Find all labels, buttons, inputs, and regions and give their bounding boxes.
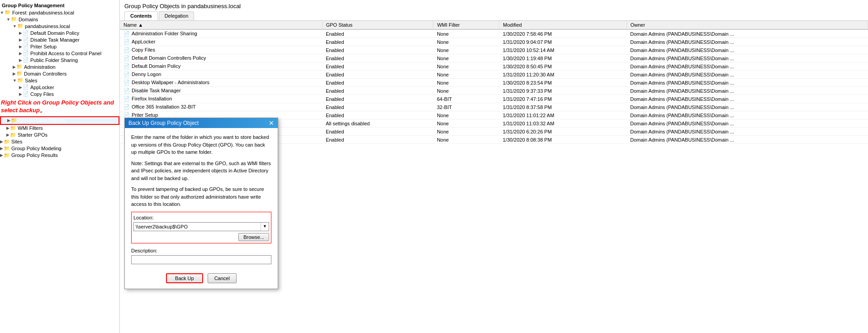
expand-icon[interactable]: ▼ [13, 24, 17, 29]
gpo-icon: 📄 [123, 104, 130, 109]
table-row[interactable]: 📄Office 365 Installation 32-BITEnabled32… [120, 103, 868, 111]
gpo-icon: 📄 [123, 80, 130, 85]
table-row[interactable]: 📄Disable Task ManagerEnabledNone1/31/202… [120, 87, 868, 95]
expand-icon[interactable]: ▼ [0, 10, 4, 15]
location-dropdown-arrow[interactable]: ▼ [261, 223, 269, 231]
table-row[interactable]: 📄Default Domain Controllers PolicyEnable… [120, 54, 868, 62]
tree-item-label: Domains [19, 17, 38, 22]
cell-wmi: None [433, 119, 499, 128]
table-row[interactable]: 📄Default Domain PolicyEnabledNone1/30/20… [120, 62, 868, 71]
cell-owner: Domain Admins (PANDABUSINESS\Domain ... [626, 128, 868, 136]
table-row[interactable]: 📄Administration Folder SharingEnabledNon… [120, 29, 868, 38]
description-group: Description: [131, 247, 271, 265]
browse-button[interactable]: Browse... [238, 233, 269, 241]
tree-item-wmi_filters[interactable]: ▶📁WMI Filters [0, 125, 119, 132]
folder-icon: 📁 [11, 16, 17, 22]
expand-icon[interactable]: ▶ [19, 58, 22, 62]
folder-icon: 📁 [4, 139, 10, 145]
expand-icon[interactable]: ▼ [6, 17, 10, 22]
expand-icon[interactable]: ▶ [19, 44, 22, 49]
modal-close-button[interactable]: ✕ [269, 120, 274, 126]
table-row[interactable]: 📄AppLockerEnabledNone1/31/2020 9:04:07 P… [120, 38, 868, 46]
cell-modified: 1/31/2020 11:03:32 AM [499, 119, 627, 128]
expand-icon[interactable]: ▶ [6, 126, 9, 130]
tree-item-gp_modeling[interactable]: ▶📁Group Policy Modeling [0, 145, 119, 152]
expand-icon[interactable]: ▶ [0, 139, 3, 144]
folder-icon: 📁 [10, 132, 16, 138]
tree-item-domains[interactable]: ▼📁Domains [0, 16, 119, 23]
expand-icon[interactable]: ▶ [19, 51, 22, 56]
expand-icon[interactable]: ▶ [0, 146, 3, 151]
cell-owner: Domain Admins (PANDABUSINESS\Domain ... [626, 54, 868, 62]
table-row[interactable]: 📄Firefox InstallationEnabled64-BIT1/31/2… [120, 95, 868, 103]
tree-item-administration[interactable]: ▶📁Administration [0, 63, 119, 70]
modal-title: Back Up Group Policy Object [128, 120, 199, 126]
cell-modified: 1/31/2020 7:47:16 PM [499, 95, 627, 103]
gpo-icon: 📄 [123, 39, 130, 44]
tree-item-domain_controllers[interactable]: ▶📁Domain Controllers [0, 70, 119, 77]
cell-status: Enabled [322, 79, 433, 87]
tab-contents[interactable]: Contents [124, 11, 158, 20]
table-row[interactable]: 📄Copy FilesEnabledNone1/31/2020 10:52:14… [120, 46, 868, 54]
col-name[interactable]: Name ▲ [120, 21, 322, 29]
cell-modified: 1/31/2020 11:01:22 AM [499, 111, 627, 119]
table-row[interactable]: 📄Desktop Wallpaper - AdministratorsEnabl… [120, 79, 868, 87]
expand-icon[interactable]: ▶ [19, 85, 22, 90]
tree-item-prohibit_access[interactable]: ▶📄Prohibit Access to Control Panel [0, 50, 119, 57]
cell-owner: Domain Admins (PANDABUSINESS\Domain ... [626, 111, 868, 119]
tree-item-label: Group Policy Modeling [11, 146, 62, 151]
tree-item-forest[interactable]: ▼📁Forest: pandabusiness.local [0, 9, 119, 16]
tree-item-applocker2[interactable]: ▶📄AppLocker [0, 84, 119, 90]
folder-icon: 📁 [5, 10, 11, 15]
table-row[interactable]: 📄Denny LogonEnabledNone1/31/2020 11:20:3… [120, 71, 868, 79]
tree-item-label: WMI Filters [18, 125, 43, 131]
cell-wmi: None [433, 128, 499, 136]
modal-footer: Back Up Cancel [125, 270, 278, 289]
tree-item-priter_setup[interactable]: ▶📄Priter Setup [0, 43, 119, 50]
expand-icon[interactable]: ▶ [7, 118, 10, 123]
doc-icon: 📄 [23, 84, 29, 90]
tree-item-disable_task[interactable]: ▶📄Disable Task Manager [0, 36, 119, 43]
expand-icon[interactable]: ▶ [19, 31, 22, 35]
backup-button[interactable]: Back Up [166, 273, 203, 283]
location-input[interactable] [134, 223, 261, 230]
left-panel: Group Policy Management ▼📁Forest: pandab… [0, 0, 120, 333]
tree-item-sites[interactable]: ▶📁Sites [0, 138, 119, 145]
col-wmi[interactable]: WMI Filter [433, 21, 499, 29]
expand-icon[interactable]: ▶ [19, 92, 22, 96]
tree-item-copy_files2[interactable]: ▶📄Copy Files [0, 90, 119, 97]
expand-icon[interactable]: ▶ [13, 71, 16, 76]
col-modified[interactable]: Modified [499, 21, 627, 29]
tree-item-public_folder[interactable]: ▶📄Public Folder Sharing [0, 57, 119, 63]
cell-status: All settings disabled [322, 119, 433, 128]
cell-status: Enabled [322, 29, 433, 38]
cell-wmi: None [433, 136, 499, 144]
tree-item-pandabusiness[interactable]: ▼📁pandabusiness.local [0, 23, 119, 29]
folder-icon: 📁 [16, 71, 23, 76]
tree-item-sales[interactable]: ▼📁Sales [0, 77, 119, 84]
expand-icon[interactable]: ▶ [13, 65, 16, 69]
col-status[interactable]: GPO Status [322, 21, 433, 29]
tree-item-group_policy_objects[interactable]: ▶📁Group Policy Objects [0, 116, 119, 125]
doc-icon: 📄 [23, 30, 29, 36]
tab-delegation[interactable]: Delegation [159, 11, 194, 20]
expand-icon[interactable]: ▼ [13, 78, 17, 83]
expand-icon[interactable]: ▶ [0, 153, 3, 157]
expand-icon[interactable]: ▶ [19, 38, 22, 42]
location-select-wrapper[interactable]: ▼ [133, 222, 269, 231]
cell-owner: Domain Admins (PANDABUSINESS\Domain ... [626, 29, 868, 38]
cancel-button[interactable]: Cancel [208, 273, 237, 283]
col-owner[interactable]: Owner [626, 21, 868, 29]
description-input[interactable] [131, 255, 271, 264]
folder-icon: 📁 [16, 64, 23, 70]
folder-icon: 📁 [11, 118, 17, 124]
tree-item-gp_results[interactable]: ▶📁Group Policy Results [0, 152, 119, 159]
expand-icon[interactable]: ▶ [6, 133, 9, 137]
tree-item-default_domain[interactable]: ▶📄Default Domain Policy [0, 29, 119, 36]
tree-item-label: Default Domain Policy [30, 30, 79, 36]
doc-icon: 📄 [23, 37, 29, 43]
tree-item-label: AppLocker [30, 85, 54, 90]
doc-icon: 📄 [23, 57, 29, 63]
tree-item-starter_gpos[interactable]: ▶📁Starter GPOs [0, 132, 119, 138]
cell-name: 📄Administration Folder Sharing [120, 29, 322, 38]
